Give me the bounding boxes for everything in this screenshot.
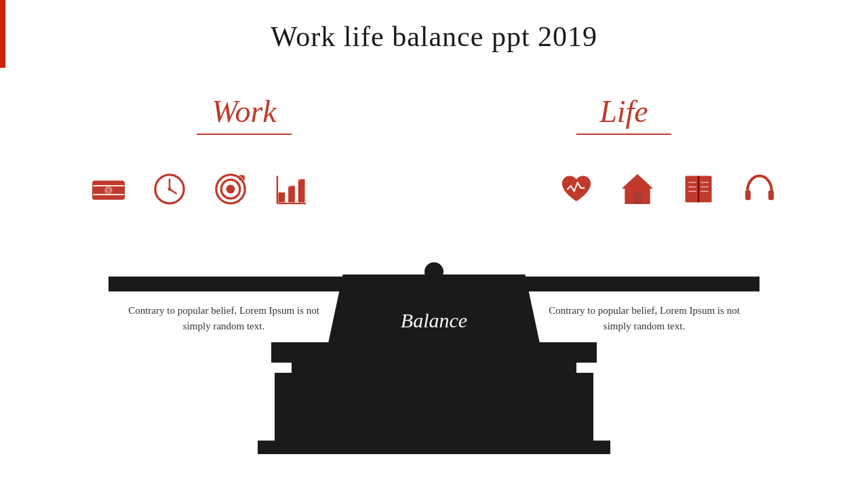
balance-label: Balance bbox=[401, 309, 467, 332]
svg-rect-27 bbox=[686, 177, 697, 201]
svg-rect-18 bbox=[298, 179, 305, 202]
pedestal-base bbox=[275, 373, 593, 447]
svg-rect-16 bbox=[279, 192, 285, 203]
heart-icon bbox=[556, 169, 597, 209]
svg-rect-36 bbox=[768, 190, 774, 201]
left-accent-bar bbox=[0, 0, 5, 68]
scale-pivot bbox=[425, 262, 443, 281]
work-icons-group: $ bbox=[88, 169, 312, 209]
life-label-block: Life bbox=[556, 94, 692, 135]
chart-icon bbox=[271, 169, 312, 209]
home-icon bbox=[617, 169, 658, 209]
life-underline bbox=[576, 134, 671, 135]
page-title: Work life balance ppt 2019 bbox=[0, 0, 868, 53]
svg-rect-35 bbox=[745, 190, 751, 201]
life-label: Life bbox=[556, 94, 692, 129]
work-label: Work bbox=[176, 94, 312, 129]
pedestal-foot bbox=[258, 441, 610, 454]
svg-text:$: $ bbox=[107, 187, 111, 195]
svg-point-9 bbox=[168, 188, 172, 191]
target-icon bbox=[210, 169, 251, 209]
clock-icon bbox=[149, 169, 190, 209]
icons-row: $ bbox=[0, 169, 868, 209]
svg-point-12 bbox=[226, 185, 235, 194]
right-description: Contrary to popular belief, Lorem Ipsum … bbox=[542, 303, 746, 333]
work-label-block: Work bbox=[176, 94, 312, 135]
svg-rect-24 bbox=[633, 192, 642, 203]
work-underline bbox=[197, 134, 292, 135]
svg-rect-28 bbox=[700, 177, 711, 201]
book-icon bbox=[678, 169, 719, 209]
money-icon: $ bbox=[88, 169, 129, 209]
headphones-icon bbox=[739, 169, 780, 209]
labels-row: Work Life bbox=[0, 94, 868, 135]
pedestal-wings-lower bbox=[292, 359, 576, 376]
svg-rect-17 bbox=[288, 186, 295, 202]
left-description: Contrary to popular belief, Lorem Ipsum … bbox=[122, 303, 326, 333]
life-icons-group bbox=[556, 169, 780, 209]
